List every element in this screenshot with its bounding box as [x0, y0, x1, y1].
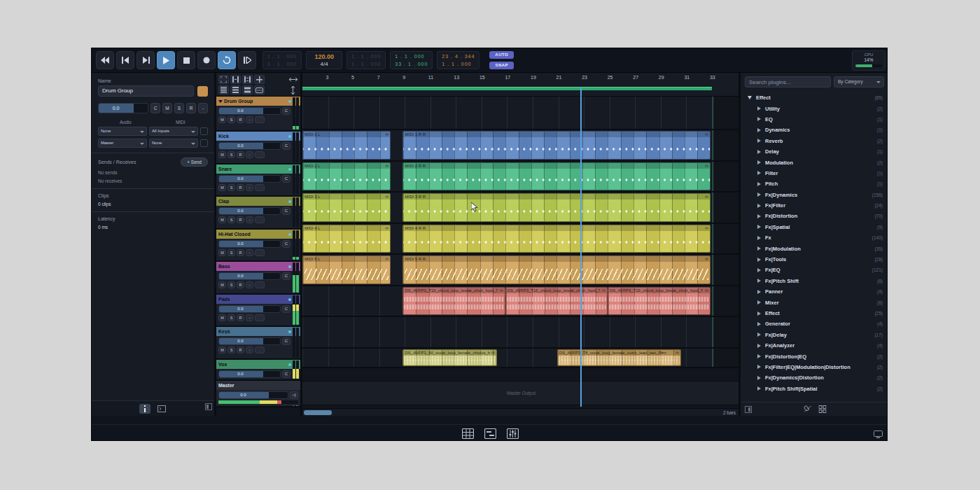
track-header[interactable]: Pads: [216, 295, 300, 304]
track-automation-button[interactable]: [255, 116, 265, 123]
plugin-tree-item[interactable]: EQ(1): [741, 114, 888, 125]
track-record-arm-button[interactable]: R: [237, 151, 244, 158]
fit-width-button[interactable]: [242, 75, 253, 84]
region[interactable]: MIDI 3 L∞: [302, 193, 391, 222]
vertical-zoom-control[interactable]: [288, 85, 298, 94]
track-volume-fader[interactable]: 0.0: [218, 337, 281, 345]
plugin-tree-item[interactable]: Fx|Filter(24): [741, 200, 888, 211]
track-mute-button[interactable]: M: [218, 116, 226, 123]
track-record-arm-button[interactable]: R: [237, 184, 244, 191]
track-extra-button[interactable]: -: [246, 314, 253, 321]
extra-button[interactable]: -: [198, 103, 208, 113]
track-channel-button[interactable]: C: [282, 370, 290, 378]
plugin-tree-item[interactable]: Delay(1): [741, 146, 888, 157]
loop-marker-bar[interactable]: [302, 87, 712, 90]
plugin-category-select[interactable]: By Category: [834, 76, 884, 88]
track-mute-button[interactable]: M: [218, 216, 226, 223]
track-mute-button[interactable]: M: [218, 249, 226, 256]
chevron-right-icon[interactable]: [757, 332, 761, 337]
track-name-input[interactable]: Drum Group: [98, 85, 194, 97]
track-volume-fader[interactable]: 0.0: [218, 305, 281, 313]
arranger-track-lane[interactable]: MIDI 1 L∞MIDI 1 R R∞: [302, 130, 738, 162]
plugin-tree-item[interactable]: Filter(1): [741, 168, 888, 178]
plugin-tree-item[interactable]: Modulation(2): [741, 157, 888, 167]
collapse-chevron-icon[interactable]: [218, 100, 223, 103]
master-volume-fader[interactable]: 0.0: [218, 391, 288, 399]
plugin-tree-item[interactable]: Dynamics(1): [741, 125, 888, 135]
master-mono-button[interactable]: ◁): [290, 391, 298, 399]
track-channel-button[interactable]: C: [282, 305, 290, 313]
chevron-right-icon[interactable]: [757, 214, 761, 218]
record-arm-button[interactable]: R: [186, 103, 196, 113]
record-status-dot[interactable]: [288, 363, 291, 366]
track-mute-button[interactable]: M: [218, 184, 226, 191]
chevron-right-icon[interactable]: [757, 150, 761, 154]
chevron-right-icon[interactable]: [757, 354, 761, 358]
track-record-arm-button[interactable]: R: [237, 249, 244, 256]
track-row[interactable]: Keys0.0CMSR-: [216, 327, 300, 360]
plugin-tree-item[interactable]: Fx|Pitch Shift(8): [741, 276, 888, 286]
track-volume-fader[interactable]: 0.0: [218, 107, 281, 115]
plugin-tree-item[interactable]: Generator(4): [741, 318, 888, 329]
plugin-tree-item[interactable]: Effect(25): [741, 308, 888, 318]
track-volume-fader[interactable]: 0.0: [218, 142, 281, 150]
plugin-tree-item[interactable]: Fx|Analyzer(4): [741, 340, 888, 351]
plugin-tree-item[interactable]: Fx|Distortion|EQ(2): [741, 351, 888, 361]
region[interactable]: MIDI 2 R R∞: [402, 162, 710, 190]
chevron-right-icon[interactable]: [757, 160, 761, 164]
chevron-right-icon[interactable]: [757, 344, 761, 348]
arranger-track-lane[interactable]: [302, 317, 738, 349]
track-automation-button[interactable]: [255, 151, 265, 158]
track-extra-button[interactable]: -: [246, 116, 253, 123]
track-header[interactable]: Keys: [216, 327, 300, 336]
region[interactable]: DS_AVFP3_T8_vocal_loop_female_outro_lead…: [557, 349, 681, 366]
tempo-display[interactable]: 120.00 4/4: [306, 51, 342, 69]
arranger-track-lane[interactable]: MIDI 2 L∞MIDI 2 R R∞: [302, 162, 738, 192]
playhead-position-display[interactable]: 23 . 4 . 344 1 . 1 . 000: [437, 51, 479, 69]
track-row[interactable]: Hi-Hat Closed0.0CMSR-: [216, 230, 300, 262]
track-automation-button[interactable]: [255, 184, 265, 191]
auto-button[interactable]: AUTO: [489, 51, 514, 59]
record-status-dot[interactable]: [288, 168, 291, 171]
mixer-tab[interactable]: [506, 428, 519, 439]
region[interactable]: MIDI 3 R R∞: [402, 193, 710, 222]
track-channel-button[interactable]: C: [282, 175, 290, 183]
scrollbar-thumb[interactable]: [304, 410, 332, 415]
audio-input-select[interactable]: None: [98, 127, 147, 136]
arranger-track-lane[interactable]: [302, 97, 738, 130]
arranger-track-lane[interactable]: MIDI 5 L∞MIDI 5 R R∞: [302, 255, 738, 286]
chevron-right-icon[interactable]: [757, 290, 761, 294]
track-header[interactable]: Kick: [216, 132, 300, 141]
plugin-list-view-button[interactable]: [803, 403, 811, 416]
plugin-tree-item[interactable]: Fx(140): [741, 232, 888, 243]
region[interactable]: MIDI 5 R R∞: [402, 255, 710, 284]
record-status-dot[interactable]: [288, 233, 291, 236]
chevron-right-icon[interactable]: [757, 204, 761, 208]
track-color-swatch[interactable]: [197, 86, 208, 97]
track-channel-button[interactable]: C: [282, 240, 290, 248]
arranger-track-lane[interactable]: MIDI 3 L∞MIDI 3 R R∞: [302, 192, 738, 224]
plugin-tree-item[interactable]: Fx|Spatial(9): [741, 222, 888, 232]
track-header[interactable]: Drum Group: [216, 97, 300, 106]
track-solo-button[interactable]: S: [227, 184, 235, 191]
plugin-tree-item[interactable]: Fx|Modulation(35): [741, 243, 888, 253]
track-extra-button[interactable]: -: [246, 216, 253, 223]
track-volume-fader[interactable]: 0.0: [218, 207, 281, 215]
track-solo-button[interactable]: S: [227, 216, 235, 223]
record-status-dot[interactable]: [288, 330, 291, 333]
track-solo-button[interactable]: S: [227, 116, 235, 123]
track-volume-fader[interactable]: 0.0: [218, 370, 281, 378]
chevron-right-icon[interactable]: [757, 106, 761, 111]
solo-button[interactable]: S: [174, 103, 184, 113]
track-row[interactable]: Snare0.0CMSR-: [216, 164, 300, 197]
chevron-right-icon[interactable]: [757, 225, 761, 229]
info-tab[interactable]: [139, 404, 150, 414]
track-extra-button[interactable]: -: [246, 249, 253, 256]
row-height-medium-button[interactable]: [230, 85, 241, 94]
snap-button[interactable]: SNAP: [489, 62, 514, 69]
record-status-dot[interactable]: [288, 200, 291, 203]
track-solo-button[interactable]: S: [227, 346, 235, 354]
track-automation-button[interactable]: [255, 216, 265, 223]
plugin-tree-item[interactable]: Effect(85): [741, 92, 888, 103]
track-record-arm-button[interactable]: R: [237, 314, 244, 321]
